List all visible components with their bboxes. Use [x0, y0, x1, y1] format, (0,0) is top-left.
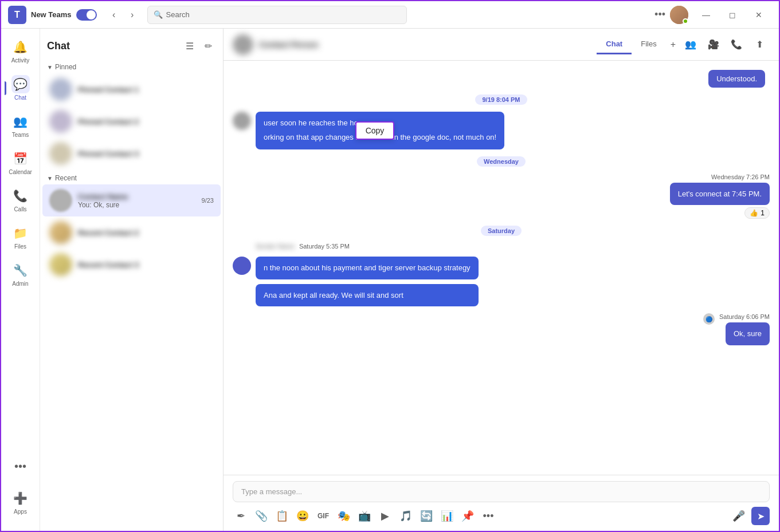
filter-button[interactable]: ☰ [182, 38, 198, 54]
sidebar-item-apps[interactable]: ➕ Apps [5, 484, 37, 519]
audio-tool[interactable]: 🎵 [398, 508, 414, 524]
chat-item-recent-2[interactable]: Recent Contact 2 [42, 216, 221, 249]
chat-header-actions: 👥 🎥 📞 ⬆ [680, 34, 770, 55]
chat-item-recent-3[interactable]: Recent Contact 3 [42, 249, 221, 281]
message-content-sat: n the noon about his payment and tiger s… [256, 257, 479, 306]
more-tools[interactable]: ••• [480, 508, 496, 524]
recent-label: Recent [55, 174, 77, 182]
chat-header-info: Contact Person [259, 40, 587, 49]
screen-tool[interactable]: 📺 [356, 508, 373, 524]
date-badge: 9/19 8:04 PM [475, 94, 527, 105]
chat-list-actions: ☰ ✏ [182, 38, 216, 54]
calendar-icon: 📅 [11, 149, 30, 168]
chat-avatar [49, 189, 72, 212]
message-time-wed: Wednesday 7:26 PM [711, 174, 770, 180]
chat-info: Contact Name You: Ok, sure [78, 192, 196, 209]
sidebar-item-activity[interactable]: 🔔 Activity [5, 33, 37, 68]
reaction-count: 1 [761, 209, 765, 217]
compose-box[interactable]: Type a message... [233, 481, 770, 502]
understood-bubble: Understood. [708, 70, 765, 88]
loop-tool[interactable]: 🔄 [418, 508, 434, 524]
sat-reply-text: Ok, sure [734, 329, 762, 338]
user-avatar[interactable] [670, 6, 688, 24]
sidebar-item-files[interactable]: 📁 Files [5, 219, 37, 254]
compose-button[interactable]: ✏ [200, 38, 216, 54]
poll-tool[interactable]: 📊 [439, 508, 455, 524]
chat-name: Recent Contact 3 [78, 261, 214, 269]
forward-button[interactable]: › [124, 7, 140, 23]
icon-nav: 🔔 Activity 💬 Chat 👥 Teams 📅 Calendar 📞 C… [1, 29, 40, 531]
minimize-button[interactable]: — [693, 6, 719, 24]
activity-icon: 🔔 [11, 38, 30, 56]
chat-name: Pinned Contact 3 [78, 149, 214, 158]
sticker-tool[interactable]: 😀 [295, 508, 311, 524]
message-bubble-sat-reply: Ok, sure [726, 322, 770, 345]
teams-icon: 👥 [11, 112, 30, 131]
chat-info: Pinned Contact 2 [78, 117, 214, 126]
app-name: New Teams [31, 10, 72, 19]
sat-sender-name: Sender Name [256, 243, 295, 250]
message-text-wed: Let's connect at 7:45 PM. [678, 190, 762, 198]
video-button[interactable]: 🎥 [703, 34, 724, 55]
copy-popup[interactable]: Copy [355, 121, 395, 140]
chat-name: Pinned Contact 1 [78, 85, 214, 94]
format-tool[interactable]: ✒ [233, 508, 249, 524]
toggle-switch[interactable] [76, 9, 97, 21]
participants-button[interactable]: 👥 [680, 34, 701, 55]
audio-button[interactable]: 📞 [726, 34, 747, 55]
admin-icon: 🔧 [11, 261, 30, 279]
chat-list-panel: Chat ☰ ✏ ▼ Pinned Pinned Contact 1 Pinne… [40, 29, 224, 531]
chat-time: 9/23 [202, 197, 214, 204]
chat-list-title: Chat [47, 40, 182, 52]
paperclip-tool[interactable]: 📋 [274, 508, 290, 524]
recent-section-header[interactable]: ▼ Recent [40, 170, 223, 184]
audio-record-tool[interactable]: 🎤 [731, 508, 747, 524]
calls-label: Calls [14, 206, 26, 212]
tab-add-button[interactable]: + [666, 35, 680, 54]
sidebar-item-calendar[interactable]: 📅 Calendar [5, 145, 37, 180]
sidebar-item-calls[interactable]: 📞 Calls [5, 182, 37, 217]
tab-chat[interactable]: Chat [597, 35, 632, 54]
back-button[interactable]: ‹ [106, 7, 122, 23]
chat-item-pinned-2[interactable]: Pinned Contact 2 [42, 105, 221, 137]
chat-avatar [49, 110, 72, 133]
search-bar[interactable]: 🔍 Search [147, 6, 407, 24]
pinned-label: Pinned [55, 63, 76, 71]
main-layout: 🔔 Activity 💬 Chat 👥 Teams 📅 Calendar 📞 C… [1, 29, 779, 531]
understood-row: Understood. [233, 70, 770, 88]
sat-time: Saturday 5:35 PM [299, 243, 350, 250]
message-reaction[interactable]: 👍 1 [744, 207, 770, 219]
emoji-tool[interactable]: 🎭 [336, 508, 352, 524]
chat-preview: You: Ok, sure [78, 201, 196, 209]
attach-tool[interactable]: 📎 [253, 508, 269, 524]
send-button[interactable]: ➤ [751, 507, 770, 525]
chat-item-pinned-3[interactable]: Pinned Contact 3 [42, 137, 221, 170]
pinned-section-header[interactable]: ▼ Pinned [40, 58, 223, 73]
files-label: Files [14, 243, 26, 250]
tab-files[interactable]: Files [632, 35, 665, 54]
titlebar-actions: ••• [654, 6, 688, 24]
window-controls: — ◻ ✕ [693, 6, 772, 24]
date-badge-sat: Saturday [481, 226, 522, 236]
copy-label: Copy [366, 126, 385, 135]
message-text-sat: n the noon about his payment and tiger s… [264, 263, 471, 272]
chat-item-recent-1[interactable]: Contact Name You: Ok, sure 9/23 [42, 184, 221, 216]
chat-nav-icon: 💬 [11, 75, 30, 93]
share-button[interactable]: ⬆ [749, 34, 770, 55]
maximize-button[interactable]: ◻ [719, 6, 746, 24]
more-options-button[interactable]: ••• [654, 9, 665, 21]
sidebar-item-teams[interactable]: 👥 Teams [5, 108, 37, 143]
message-bubble-sat2: Ana and kept all ready. We will sit and … [256, 284, 479, 307]
close-button[interactable]: ✕ [746, 6, 772, 24]
sidebar-item-admin[interactable]: 🔧 Admin [5, 257, 37, 291]
chat-item-pinned-1[interactable]: Pinned Contact 1 [42, 73, 221, 105]
pin-tool[interactable]: 📌 [460, 508, 476, 524]
recent-arrow: ▼ [47, 175, 53, 182]
gif-tool[interactable]: GIF [315, 508, 331, 524]
chat-name: Recent Contact 2 [78, 228, 214, 237]
chat-info: Pinned Contact 1 [78, 85, 214, 94]
sidebar-item-chat[interactable]: 💬 Chat [5, 70, 37, 105]
send-tool[interactable]: ▶ [377, 508, 393, 524]
sidebar-item-more[interactable]: ••• [5, 452, 37, 480]
activity-label: Activity [11, 57, 30, 64]
